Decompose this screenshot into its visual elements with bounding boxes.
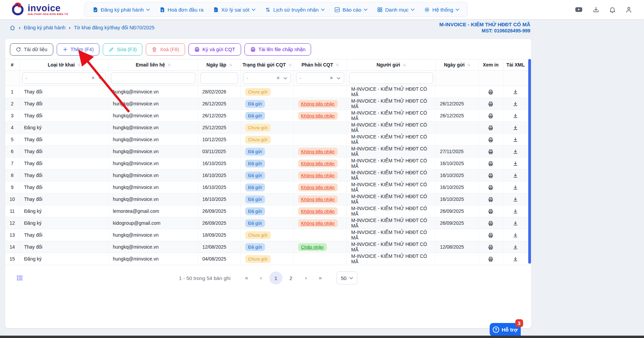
edit-button[interactable]: Sửa (F3) <box>103 43 142 56</box>
column-header-loai-to-khai[interactable]: Loại tờ khai↑↓ <box>19 59 108 71</box>
user-icon[interactable] <box>625 6 632 13</box>
response-badge[interactable]: Không tiếp nhận <box>298 183 338 191</box>
table-row[interactable]: 10Thay đổihungkq@minvoice.vn16/10/2025Đã… <box>5 193 528 205</box>
clear-filter-icon[interactable]: × <box>92 75 95 82</box>
download-xml-icon[interactable] <box>513 173 518 178</box>
table-row[interactable]: 8Thay đổihungkq@minvoice.vn16/10/2025Đã … <box>5 170 528 181</box>
table-row[interactable]: 12Đăng kýkidogroup@gmail.com26/09/2025Đã… <box>5 217 528 229</box>
filter-select-trang-thai-gui-cqt[interactable]: -× <box>243 72 291 84</box>
download-xml-icon[interactable] <box>513 161 518 166</box>
response-badge[interactable]: Không tiếp nhận <box>298 207 338 215</box>
next-page-button[interactable]: › <box>300 275 312 281</box>
table-row[interactable]: 13Thay đổihungkq@minvoice.vn18/09/2025Ch… <box>5 229 528 241</box>
last-page-button[interactable]: » <box>314 275 326 281</box>
sort-icon[interactable]: ↑↓ <box>403 62 406 67</box>
print-icon[interactable] <box>488 113 493 119</box>
clear-filter-icon[interactable]: × <box>277 75 280 82</box>
nav-item-dang-ky-phat-hanh[interactable]: Đăng ký phát hành <box>88 7 155 13</box>
download-xml-icon[interactable] <box>513 101 518 107</box>
download-icon[interactable] <box>592 6 600 13</box>
filter-input-ngay-lap[interactable] <box>200 72 238 84</box>
bell-icon[interactable] <box>609 6 616 13</box>
filter-select-loai-to-khai[interactable]: -× <box>22 72 106 84</box>
sort-icon[interactable]: ↑↓ <box>288 62 291 67</box>
table-row[interactable]: 2Thay đổihungkq@minvoice.vn26/12/2025Đã … <box>5 98 528 110</box>
response-badge[interactable]: Không tiếp nhận <box>298 160 338 167</box>
page-size-select[interactable]: 50 <box>336 271 358 284</box>
nav-item-lich-su-truyen-nhan[interactable]: Lịch sử truyền nhận <box>260 7 330 13</box>
download-xml-icon[interactable] <box>513 185 518 190</box>
sort-icon[interactable]: ↑↓ <box>167 62 170 67</box>
page-button-2[interactable]: 2 <box>284 271 297 284</box>
print-icon[interactable] <box>488 221 493 226</box>
list-view-icon[interactable] <box>16 274 24 282</box>
print-icon[interactable] <box>488 161 493 166</box>
upload-acceptance-button[interactable]: Tải lên file chấp nhận <box>244 43 311 56</box>
download-xml-icon[interactable] <box>513 244 518 250</box>
download-xml-icon[interactable] <box>513 149 518 155</box>
download-xml-icon[interactable] <box>513 208 518 214</box>
response-badge[interactable]: Chấp nhận <box>298 243 327 251</box>
print-icon[interactable] <box>488 197 493 202</box>
print-icon[interactable] <box>488 256 493 262</box>
download-xml-icon[interactable] <box>513 125 518 131</box>
download-xml-icon[interactable] <box>513 220 518 226</box>
first-page-button[interactable]: « <box>241 275 252 281</box>
chevron-down-icon[interactable] <box>98 77 102 79</box>
print-icon[interactable] <box>488 233 493 238</box>
column-header-ngay-lap[interactable]: Ngày lập↑↓ <box>198 59 240 71</box>
print-icon[interactable] <box>488 245 493 250</box>
table-row[interactable]: 9Thay đổihungkq@minvoice.vn16/10/2025Đã … <box>5 181 528 193</box>
download-xml-icon[interactable] <box>513 113 518 119</box>
nav-item-bao-cao[interactable]: Báo cáo <box>330 7 372 13</box>
nav-item-danh-muc[interactable]: Danh mục <box>372 7 419 13</box>
print-icon[interactable] <box>488 149 493 155</box>
youtube-icon[interactable] <box>574 6 583 13</box>
response-badge[interactable]: Không tiếp nhận <box>298 112 338 120</box>
print-icon[interactable] <box>488 209 493 214</box>
sort-icon[interactable]: ↑↓ <box>77 62 80 67</box>
download-xml-icon[interactable] <box>513 256 518 262</box>
print-icon[interactable] <box>488 185 493 190</box>
sort-icon[interactable]: ↑↓ <box>336 62 339 67</box>
table-row[interactable]: 11Đăng kýlemontea@gmail.com26/09/2025Đã … <box>5 205 528 217</box>
chevron-down-icon[interactable] <box>337 77 340 79</box>
response-badge[interactable]: Không tiếp nhận <box>298 100 338 108</box>
sort-icon[interactable]: ↑↓ <box>467 62 470 67</box>
column-header-trang-thai-gui-cqt[interactable]: Trạng thái gửi CQT↑↓ <box>240 59 293 71</box>
print-icon[interactable] <box>488 89 493 95</box>
column-header-email-lien-he[interactable]: Email liên hệ↑↓ <box>108 59 198 71</box>
prev-page-button[interactable]: ‹ <box>255 275 267 281</box>
column-header-ngay-gui[interactable]: Ngày gửi↑↓ <box>435 59 478 71</box>
table-row[interactable]: 3Thay đổihungkq@minvoice.vn26/12/2025Đã … <box>5 110 528 122</box>
print-icon[interactable] <box>488 137 493 143</box>
print-icon[interactable] <box>488 125 493 131</box>
table-row[interactable]: 5Thay đổihungkq@minvoice.vn10/12/2025Chư… <box>5 134 528 146</box>
response-badge[interactable]: Không tiếp nhận <box>298 172 338 179</box>
column-header-nguoi-gui[interactable]: Người gửi↑↓ <box>347 59 435 71</box>
table-row[interactable]: 15Đăng kýhungkq@minvoice.vn04/08/2025Chư… <box>5 253 528 265</box>
delete-button[interactable]: Xoá (F8) <box>146 43 185 56</box>
download-xml-icon[interactable] <box>513 196 518 202</box>
clear-filter-icon[interactable]: × <box>330 75 333 82</box>
column-header-phan-hoi-cqt[interactable]: Phản hồi CQT↑↓ <box>293 59 347 71</box>
response-badge[interactable]: Không tiếp nhận <box>298 148 338 156</box>
filter-input-email-lien-he[interactable] <box>111 72 195 84</box>
sign-send-button[interactable]: Ký và gửi CQT <box>188 43 241 56</box>
response-badge[interactable]: Không tiếp nhận <box>298 195 338 203</box>
support-button[interactable]: ? Hỗ trợ 3 <box>490 323 521 336</box>
filter-select-phan-hoi-cqt[interactable]: -× <box>296 72 344 84</box>
table-row[interactable]: 14Thay đổihungkq@minvoice.vn12/08/2025Đã… <box>5 241 528 253</box>
load-data-button[interactable]: Tải dữ liệu <box>10 43 53 56</box>
chevron-down-icon[interactable] <box>283 77 287 79</box>
table-row[interactable]: 4Đăng kýhungkq@minvoice.vn25/12/2025Chưa… <box>5 122 528 134</box>
vertical-scrollbar[interactable] <box>528 59 531 264</box>
nav-item-xu-ly-sai-sot[interactable]: !Xử lý sai sót <box>208 7 261 13</box>
print-icon[interactable] <box>488 101 493 107</box>
table-row[interactable]: 7Thay đổihungkq@minvoice.vn16/10/2025Đã … <box>5 158 528 170</box>
page-button-1[interactable]: 1 <box>269 271 282 284</box>
breadcrumb-item-dang-ky-phat-hanh[interactable]: Đăng ký phát hành <box>24 25 66 30</box>
table-row[interactable]: 6Thay đổihungkq@minvoice.vn03/11/2025Đã … <box>5 146 528 158</box>
response-badge[interactable]: Không tiếp nhận <box>298 219 338 227</box>
filter-input-nguoi-gui[interactable] <box>349 72 433 84</box>
